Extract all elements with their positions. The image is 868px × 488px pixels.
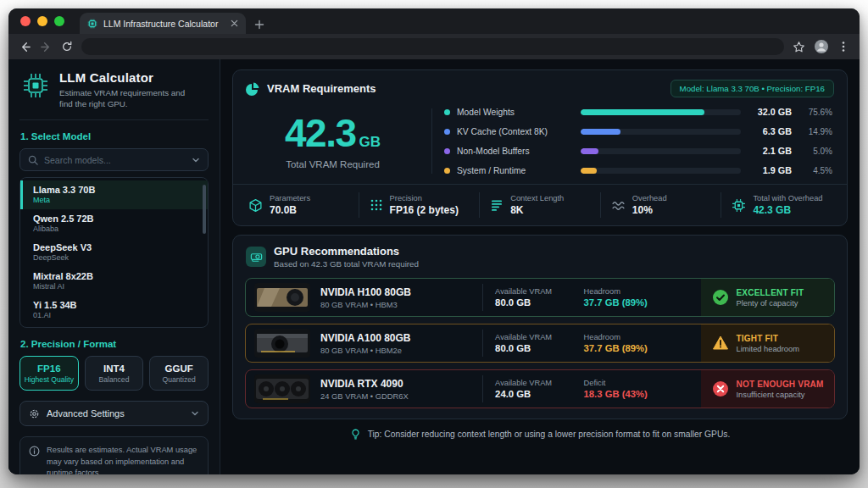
model-name: DeepSeek V3 — [33, 242, 198, 252]
col-label: Deficit — [584, 379, 701, 387]
legend-dot — [444, 109, 450, 115]
model-name: Yi 1.5 34B — [33, 300, 198, 310]
gpu-headroom: Headroom 37.7 GB (89%) — [572, 330, 701, 357]
precision-fp16-button[interactable]: FP16 Highest Quality — [19, 356, 79, 391]
gpu-specs: 80 GB VRAM • HBM2e — [320, 346, 482, 355]
model-list-scrollbar[interactable] — [203, 185, 206, 234]
col-value: 37.7 GB (89%) — [584, 297, 701, 308]
gpu-recommendations-panel: GPU Recommendations Based on 42.3 GB tot… — [232, 235, 848, 419]
pie-chart-icon — [246, 82, 259, 96]
bookmark-star-icon[interactable] — [793, 41, 805, 53]
tip-text: Tip: Consider reducing context length or… — [368, 430, 731, 439]
status-title: TIGHT FIT — [737, 334, 799, 343]
stat-value: 42.3 GB — [753, 204, 822, 216]
advanced-settings-toggle[interactable]: Advanced Settings — [19, 401, 209, 426]
advanced-chevron-down-icon — [191, 409, 199, 418]
gpu-row-rtx-4090[interactable]: NVIDIA RTX 4090 24 GB VRAM • GDDR6X Avai… — [245, 369, 835, 408]
stat-label: Precision — [390, 194, 459, 202]
reload-button[interactable] — [61, 41, 73, 53]
precision-name: INT4 — [103, 363, 125, 374]
gpu-headroom: Headroom 37.7 GB (89%) — [572, 284, 701, 311]
stat-value: 70.0B — [270, 204, 310, 216]
profile-avatar[interactable] — [814, 39, 829, 54]
model-item-deepseek-v3[interactable]: DeepSeek V3 DeepSeek — [20, 238, 208, 267]
menu-dots-icon[interactable] — [837, 41, 849, 53]
tip-row: Tip: Consider reducing context length or… — [232, 429, 848, 440]
minimize-window-button[interactable] — [37, 16, 47, 26]
breakdown-bar-fill — [581, 129, 620, 135]
disclaimer-box: Results are estimates. Actual VRAM usage… — [19, 436, 209, 474]
col-label: Available VRAM — [495, 379, 571, 387]
model-item-yi-1-5-34b[interactable]: Yi 1.5 34B 01.AI — [20, 296, 208, 324]
lines-icon — [490, 198, 504, 212]
gpu-name: NVIDIA RTX 4090 — [320, 378, 482, 390]
advanced-settings-label: Advanced Settings — [47, 408, 184, 419]
breakdown-bar-fill — [581, 109, 704, 115]
main-content: VRAM Requirements Model: Llama 3.3 70B •… — [220, 59, 860, 474]
select-model-heading: 1. Select Model — [20, 131, 208, 141]
gpu-deficit: Deficit 18.3 GB (43%) — [572, 375, 701, 402]
model-item-llama-3-3-70b[interactable]: Llama 3.3 70B Meta — [20, 180, 208, 209]
precision-desc: Quantized — [163, 375, 196, 384]
gpu-photo-a100 — [254, 329, 310, 358]
stat-total-with-overhead: Total with Overhead 42.3 GB — [721, 192, 842, 218]
browser-tab[interactable]: LLM Infrastructure Calculator — [80, 13, 246, 34]
breakdown-bar-fill — [581, 148, 598, 154]
vram-requirements-panel: VRAM Requirements Model: Llama 3.3 70B •… — [232, 69, 848, 226]
model-item-mixtral-8x22b[interactable]: Mixtral 8x22B Mistral AI — [20, 267, 208, 296]
breakdown-gb: 2.1 GB — [748, 146, 792, 156]
breakdown-label: System / Runtime — [457, 166, 574, 175]
col-label: Headroom — [584, 287, 701, 296]
precision-name: GGUF — [165, 363, 193, 374]
vertical-divider — [431, 108, 432, 174]
model-vendor: DeepSeek — [33, 253, 198, 262]
address-bar[interactable] — [81, 38, 784, 55]
model-list: Llama 3.3 70B Meta Qwen 2.5 72B Alibaba … — [19, 177, 209, 328]
sidebar: LLM Calculator Estimate VRAM requirement… — [8, 59, 220, 474]
model-search-input[interactable] — [44, 155, 186, 165]
tab-title: LLM Infrastructure Calculator — [103, 19, 225, 29]
chip-icon — [732, 198, 746, 213]
precision-gguf-button[interactable]: GGUF Quantized — [149, 356, 209, 391]
gpu-panel-subtitle: Based on 42.3 GB total VRAM required — [274, 259, 419, 269]
total-vram-value: 42.3GB — [285, 114, 381, 152]
breakdown-label: Model Weights — [457, 108, 574, 117]
zoom-window-button[interactable] — [54, 16, 64, 26]
precision-desc: Highest Quality — [25, 375, 74, 384]
total-vram-block: 42.3GB Total VRAM Required — [246, 107, 420, 175]
breakdown-gb: 6.3 GB — [748, 126, 792, 136]
gpu-row-a100[interactable]: NVIDIA A100 80GB 80 GB VRAM • HBM2e Avai… — [245, 324, 835, 363]
gpu-panel-title: GPU Recommendations — [274, 245, 419, 258]
breakdown-bar-track — [581, 168, 741, 174]
status-sub: Insufficient capacity — [737, 391, 824, 399]
search-chevron-down-icon[interactable] — [192, 156, 200, 164]
stat-label: Overhead — [632, 194, 667, 202]
app-subtitle: Estimate VRAM requirements and find the … — [59, 87, 186, 109]
stat-label: Parameters — [270, 194, 310, 202]
back-button[interactable] — [19, 41, 31, 53]
gpu-row-h100[interactable]: NVIDIA H100 80GB 80 GB VRAM • HBM3 Avail… — [245, 278, 835, 317]
legend-dot — [444, 148, 450, 154]
breakdown-bar-fill — [581, 168, 597, 174]
breakdown-pct: 75.6% — [798, 108, 832, 117]
model-vendor: 01.AI — [33, 311, 198, 319]
breakdown-pct: 4.5% — [798, 166, 832, 175]
disclaimer-text: Results are estimates. Actual VRAM usage… — [47, 445, 199, 474]
precision-int4-button[interactable]: INT4 Balanced — [85, 356, 144, 391]
breakdown-row-non-model-buffers: Non-Model Buffers 2.1 GB 5.0% — [444, 146, 832, 156]
col-label: Available VRAM — [495, 333, 571, 341]
breakdown-pct: 5.0% — [798, 147, 832, 156]
app-content: LLM Calculator Estimate VRAM requirement… — [8, 59, 860, 474]
tab-close-icon[interactable] — [231, 19, 238, 27]
dots-grid-icon — [370, 198, 383, 212]
new-tab-button[interactable] — [254, 19, 264, 30]
model-name: Llama 3.3 70B — [33, 185, 198, 195]
tab-strip: LLM Infrastructure Calculator — [8, 8, 860, 34]
close-window-button[interactable] — [20, 16, 31, 26]
col-label: Available VRAM — [495, 287, 571, 296]
stat-precision: Precision FP16 (2 bytes) — [359, 192, 480, 218]
model-item-qwen-2-5-72b[interactable]: Qwen 2.5 72B Alibaba — [20, 209, 208, 238]
forward-button[interactable] — [40, 41, 53, 53]
app-title: LLM Calculator — [59, 70, 186, 85]
gpu-available-vram: Available VRAM 80.0 GB — [482, 330, 571, 357]
